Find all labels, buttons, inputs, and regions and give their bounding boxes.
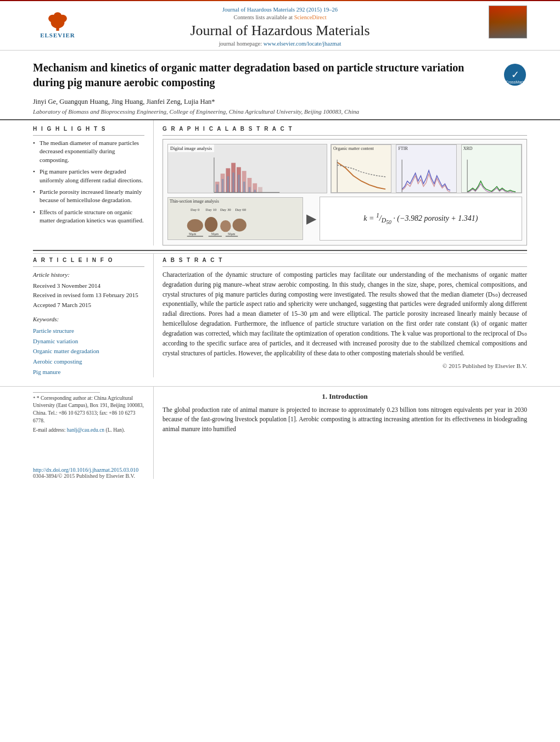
page: ELSEVIER Journal of Hazardous Materials … bbox=[0, 0, 560, 742]
article-history: Article history: Received 3 November 201… bbox=[33, 270, 144, 310]
graphical-abstract-section: G R A P H I C A L A B S T R A C T Digita… bbox=[154, 120, 527, 246]
keywords-label: Keywords: bbox=[33, 314, 144, 325]
email-line: E-mail address: hanlj@cau.edu.cn (L. Han… bbox=[33, 427, 144, 434]
revised-date: Received in revised form 13 February 201… bbox=[33, 291, 144, 300]
intro-paragraph: The global production rate of animal man… bbox=[163, 406, 527, 433]
intro-text: The global production rate of animal man… bbox=[163, 405, 527, 434]
doi-link[interactable]: http://dx.doi.org/10.1016/j.jhazmat.2015… bbox=[33, 467, 144, 473]
svg-text:50μm: 50μm bbox=[189, 232, 197, 236]
copyright-doi: 0304-3894/© 2015 Published by Elsevier B… bbox=[33, 473, 144, 479]
email-label: E-mail address: bbox=[33, 427, 65, 433]
svg-text:CrossMark: CrossMark bbox=[506, 80, 524, 84]
svg-point-35 bbox=[220, 220, 231, 232]
corresponding-text: * Corresponding author at: China Agricul… bbox=[33, 395, 144, 423]
abstract-copyright: © 2015 Published by Elsevier B.V. bbox=[163, 362, 527, 369]
ga-panel-digital: Digital image analysis bbox=[167, 144, 327, 193]
keyword-5: Pig manure bbox=[33, 367, 144, 377]
email-address[interactable]: hanlj@cau.edu.cn bbox=[67, 427, 104, 433]
svg-rect-26 bbox=[254, 189, 256, 192]
affiliation: Laboratory of Biomass and Bioprocessing … bbox=[33, 108, 359, 115]
formula-text: k = 1/D50 · (−3.982 porosity + 1.341) bbox=[363, 212, 478, 226]
homepage-url[interactable]: www.elsevier.com/locate/jhazmat bbox=[264, 41, 341, 47]
highlights-list: The median diameter of manure particles … bbox=[33, 139, 144, 225]
svg-rect-24 bbox=[243, 182, 245, 193]
contents-text: Contents lists available at bbox=[233, 14, 293, 20]
journal-issue-link[interactable]: Journal of Hazardous Materials 292 (2015… bbox=[33, 7, 527, 13]
article-info-heading: A R T I C L E I N F O bbox=[33, 257, 144, 263]
ga-organic-chart bbox=[332, 152, 391, 193]
svg-text:50μm: 50μm bbox=[211, 232, 219, 236]
journal-thumb-image bbox=[489, 6, 527, 38]
ga-panel2-label: Organic matter content bbox=[333, 146, 374, 151]
affiliation-line: Laboratory of Biomass and Bioprocessing … bbox=[0, 107, 560, 119]
ga-xrd-chart bbox=[462, 152, 521, 193]
highlight-item-3: Particle porosity increased linearly mai… bbox=[33, 188, 144, 205]
abstract-section: A B S T R A C T Characterization of the … bbox=[154, 254, 527, 377]
keyword-4: Aerobic composting bbox=[33, 356, 144, 367]
ga-panel1-label: Digital image analysis bbox=[168, 144, 214, 152]
abstract-text: Characterization of the dynamic structur… bbox=[163, 270, 527, 358]
journal-header: ELSEVIER Journal of Hazardous Materials … bbox=[0, 1, 560, 51]
email-suffix: (L. Han). bbox=[105, 427, 125, 433]
highlights-heading: H I G H L I G H T S bbox=[33, 126, 144, 132]
svg-point-36 bbox=[233, 219, 247, 231]
ga-formula-box: k = 1/D50 · (−3.982 porosity + 1.341) bbox=[320, 197, 522, 241]
ga-digital-chart bbox=[168, 152, 327, 193]
header-center: Journal of Hazardous Materials 292 (2015… bbox=[33, 7, 527, 47]
article-header: Mechanism and kinetics of organic matter… bbox=[0, 51, 560, 96]
svg-rect-20 bbox=[222, 179, 224, 192]
article-info-section: A R T I C L E I N F O Article history: R… bbox=[33, 250, 527, 377]
highlight-item-4: Effects of particle structure on organic… bbox=[33, 208, 144, 225]
elsevier-tree-icon bbox=[41, 9, 74, 31]
graphical-abstract-box: Digital image analysis bbox=[163, 139, 527, 246]
keywords-section: Keywords: Particle structure Dynamic var… bbox=[33, 314, 144, 377]
intro-heading: 1. Introduction bbox=[163, 392, 527, 401]
svg-rect-21 bbox=[227, 176, 229, 192]
ga-panel3-label: FTIR bbox=[398, 146, 407, 151]
elsevier-logo: ELSEVIER bbox=[33, 5, 82, 38]
corresponding-author-note: * * Corresponding author at: China Agric… bbox=[33, 395, 144, 425]
contents-line: Contents lists available at ScienceDirec… bbox=[33, 14, 527, 20]
article-title: Mechanism and kinetics of organic matter… bbox=[33, 60, 472, 90]
bottom-section: * * Corresponding author at: China Agric… bbox=[0, 386, 560, 479]
highlights-section: H I G H L I G H T S The median diameter … bbox=[33, 120, 154, 246]
elsevier-label: ELSEVIER bbox=[40, 32, 75, 38]
article-info-abstract: A R T I C L E I N F O Article history: R… bbox=[0, 250, 560, 377]
received-date: Received 3 November 2014 bbox=[33, 281, 144, 291]
homepage-text: journal homepage: bbox=[219, 41, 262, 47]
graphical-abstract-heading: G R A P H I C A L A B S T R A C T bbox=[163, 126, 527, 132]
ai-inner: A R T I C L E I N F O Article history: R… bbox=[33, 253, 527, 377]
highlight-item-2: Pig manure particles were degraded unifo… bbox=[33, 168, 144, 185]
ga-thin-section-chart: 50μm 50μm 50μm Day 0 Day 10 Day 30 Day 6… bbox=[168, 198, 303, 239]
sciencedirect-link[interactable]: ScienceDirect bbox=[294, 14, 327, 20]
crossmark-icon: ✓ CrossMark bbox=[503, 63, 527, 87]
svg-point-34 bbox=[205, 217, 217, 232]
article-info-left: A R T I C L E I N F O Article history: R… bbox=[33, 254, 154, 377]
svg-text:Day 10: Day 10 bbox=[206, 208, 217, 211]
svg-rect-16 bbox=[258, 187, 262, 193]
ga-panel5-label: Thin-section image analysis bbox=[170, 199, 219, 204]
ga-arrow-icon: ▶ bbox=[306, 211, 316, 226]
keyword-1: Particle structure bbox=[33, 326, 144, 336]
main-content: H I G H L I G H T S The median diameter … bbox=[0, 119, 560, 246]
svg-rect-19 bbox=[216, 185, 219, 193]
svg-rect-25 bbox=[249, 187, 251, 193]
svg-text:Day 60: Day 60 bbox=[235, 208, 246, 211]
ga-panel4-label: XRD bbox=[463, 146, 473, 151]
homepage-line: journal homepage: www.elsevier.com/locat… bbox=[33, 41, 527, 47]
svg-rect-22 bbox=[232, 172, 234, 192]
authors: Jinyi Ge, Guangqun Huang, Jing Huang, Ji… bbox=[33, 98, 215, 105]
svg-point-33 bbox=[187, 219, 203, 232]
highlight-item-1: The median diameter of manure particles … bbox=[33, 139, 144, 164]
ga-bottom-row: Thin-section image analysis 50μm bbox=[167, 197, 522, 241]
ga-panel-right: Organic matter content FTIR bbox=[331, 144, 522, 193]
footnotes-section: * * Corresponding author at: China Agric… bbox=[33, 387, 154, 479]
history-label: Article history: bbox=[33, 270, 144, 280]
svg-text:Day 0: Day 0 bbox=[191, 208, 200, 211]
svg-point-4 bbox=[54, 12, 61, 19]
svg-text:Day 30: Day 30 bbox=[220, 208, 231, 211]
ga-ftir-chart bbox=[396, 152, 456, 193]
abstract-heading: A B S T R A C T bbox=[163, 257, 527, 263]
svg-rect-23 bbox=[238, 175, 240, 192]
accepted-date: Accepted 7 March 2015 bbox=[33, 300, 144, 310]
